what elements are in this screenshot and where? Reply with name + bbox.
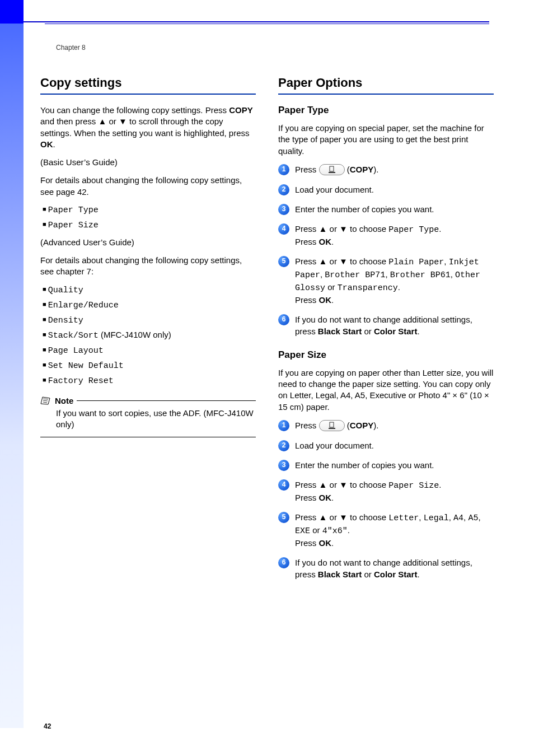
step-2: 2 Load your document.: [278, 184, 494, 195]
adv-guide-label: (Advanced User’s Guide): [40, 237, 256, 248]
svg-rect-2: [330, 422, 334, 427]
text: Press: [295, 538, 319, 548]
code: Plain Paper: [388, 258, 444, 267]
code: Density: [48, 316, 83, 325]
text: .: [331, 538, 334, 548]
text: ,: [385, 269, 390, 279]
code: Stack/Sort: [48, 331, 99, 340]
code: Transparency: [338, 283, 398, 293]
list-item: Paper Type: [43, 204, 256, 215]
step-number-icon: 5: [278, 256, 289, 267]
step-text: If you do not want to change additional …: [295, 557, 494, 580]
step-text: Enter the number of copies you want.: [295, 203, 494, 215]
down-arrow-icon: ▼: [339, 224, 348, 234]
text: ,: [419, 512, 423, 522]
step-number-icon: 4: [278, 479, 289, 491]
text: Press: [295, 256, 319, 266]
text: or: [362, 570, 374, 579]
code: Paper Type: [48, 206, 99, 215]
text: to choose: [348, 480, 388, 489]
adv-list: Quality Enlarge/Reduce Density Stack/Sor…: [40, 284, 256, 386]
paper-size-subheading: Paper Size: [278, 349, 494, 361]
code: Quality: [48, 286, 83, 295]
text: Press: [295, 512, 319, 522]
step-6: 6 If you do not want to change additiona…: [278, 557, 494, 580]
list-item: Quality: [43, 284, 256, 295]
paper-size-intro: If you are copying on paper other than L…: [278, 367, 494, 413]
bold: OK: [319, 493, 332, 502]
text: Press: [295, 493, 319, 502]
side-gradient: [0, 24, 24, 728]
down-arrow-icon: ▼: [339, 512, 348, 522]
step-text: Press (COPY).: [295, 419, 494, 432]
up-arrow-icon: ▲: [98, 116, 106, 126]
text: .: [439, 480, 441, 489]
corner-accent: [0, 0, 24, 24]
text: Press: [295, 480, 319, 489]
step-number-icon: 6: [278, 314, 289, 325]
chapter-label: Chapter 8: [56, 44, 86, 52]
paper-type-intro: If you are copying on special paper, set…: [278, 123, 494, 157]
code: A5: [468, 514, 478, 523]
note-body: If you want to sort copies, use the ADF.…: [40, 408, 256, 435]
tail: (MFC-J410W only): [99, 330, 171, 339]
step-text: Press (COPY).: [295, 164, 494, 176]
step-number-icon: 6: [278, 557, 289, 568]
code: Paper Size: [48, 221, 99, 230]
paper-options-heading: Paper Options: [278, 76, 494, 95]
list-item: Paper Size: [43, 220, 256, 230]
text: .: [331, 493, 334, 502]
note-label: Note: [55, 396, 73, 405]
code: Set New Default: [48, 361, 124, 371]
text: .: [417, 326, 419, 336]
step-2: 2 Load your document.: [278, 440, 494, 451]
paper-size-steps: 1 Press (COPY). 2 Load your document. 3 …: [278, 419, 494, 580]
svg-rect-3: [329, 428, 335, 429]
step-number-icon: 1: [278, 420, 289, 431]
text: or: [327, 256, 339, 266]
up-arrow-icon: ▲: [319, 256, 327, 266]
step-3: 3 Enter the number of copies you want.: [278, 203, 494, 215]
adv-guide-detail: For details about changing the following…: [40, 255, 256, 278]
text: (: [345, 421, 350, 430]
bold: OK: [319, 237, 332, 246]
text: ,: [451, 269, 455, 279]
step-text: If you do not want to change additional …: [295, 314, 494, 337]
step-text: Load your document.: [295, 440, 494, 451]
basic-list: Paper Type Paper Size: [40, 204, 256, 230]
down-arrow-icon: ▼: [339, 256, 348, 266]
text: .: [348, 525, 350, 535]
note-header: Note: [40, 396, 256, 405]
step-1: 1 Press (COPY).: [278, 419, 494, 432]
step-number-icon: 3: [278, 460, 289, 471]
list-item: Page Layout: [43, 345, 256, 356]
code: Page Layout: [48, 346, 104, 356]
step-1: 1 Press (COPY).: [278, 164, 494, 176]
copy-button-icon: [319, 164, 345, 175]
list-item: Density: [43, 315, 256, 325]
step-6: 6 If you do not want to change additiona…: [278, 314, 494, 337]
left-column: Copy settings You can change the followi…: [40, 76, 256, 588]
step-3: 3 Enter the number of copies you want.: [278, 459, 494, 471]
text: .: [417, 570, 419, 579]
down-arrow-icon: ▼: [119, 116, 127, 126]
step-number-icon: 3: [278, 204, 289, 215]
text: ,: [478, 512, 480, 522]
text: or: [327, 512, 339, 522]
note-bottom-rule: [40, 437, 256, 437]
bold: Color Start: [374, 570, 418, 579]
text: ).: [373, 165, 378, 174]
code: Enlarge/Reduce: [48, 301, 119, 310]
bold: Black Start: [318, 326, 362, 336]
code: Brother BP71: [325, 270, 385, 280]
code: EXE: [295, 526, 310, 536]
step-number-icon: 2: [278, 184, 289, 195]
bold: COPY: [350, 421, 374, 430]
down-arrow-icon: ▼: [339, 480, 348, 489]
bold: OK: [319, 295, 332, 305]
copy-button-icon: [319, 420, 345, 431]
step-number-icon: 1: [278, 164, 289, 175]
list-item: Stack/Sort (MFC-J410W only): [43, 330, 256, 340]
code: Legal: [424, 514, 449, 523]
code: Paper Type: [388, 225, 439, 235]
